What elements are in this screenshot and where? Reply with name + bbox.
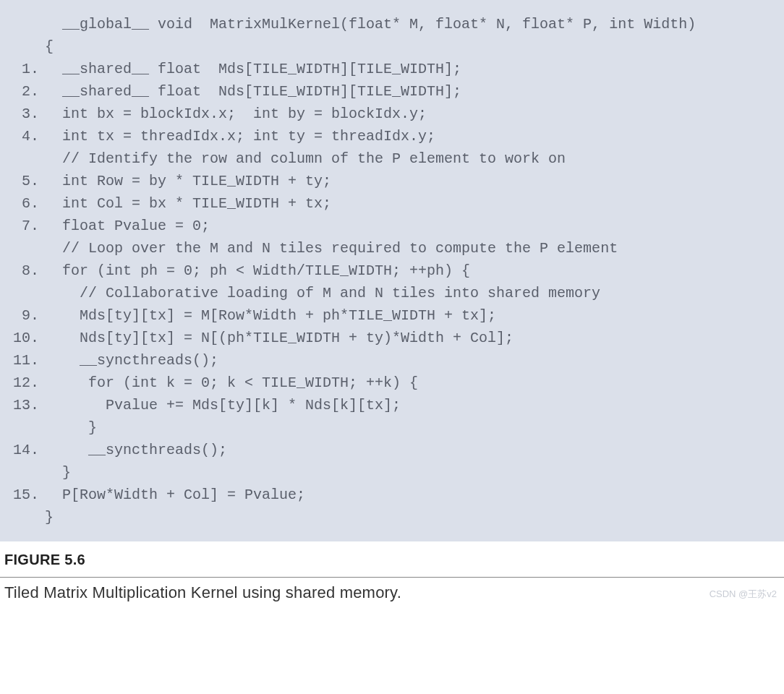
line-number: 8. xyxy=(7,260,45,282)
line-number xyxy=(7,416,45,439)
line-content: Mds[ty][tx] = M[Row*Width + ph*TILE_WIDT… xyxy=(45,304,496,327)
code-line: // Loop over the M and N tiles required … xyxy=(7,237,777,260)
line-number xyxy=(7,13,45,35)
code-line: 10. Nds[ty][tx] = N[(ph*TILE_WIDTH + ty)… xyxy=(7,327,777,349)
line-content: int Col = bx * TILE_WIDTH + tx; xyxy=(45,192,331,215)
line-content: __syncthreads(); xyxy=(45,439,227,461)
line-number: 15. xyxy=(7,484,45,506)
code-block: __global__ void MatrixMulKernel(float* M… xyxy=(0,0,784,541)
code-line: 1. __shared__ float Mds[TILE_WIDTH][TILE… xyxy=(7,58,777,80)
line-content: __syncthreads(); xyxy=(45,349,218,372)
code-line: 9. Mds[ty][tx] = M[Row*Width + ph*TILE_W… xyxy=(7,304,777,327)
line-number: 1. xyxy=(7,58,45,80)
line-number: 7. xyxy=(7,215,45,237)
line-content: } xyxy=(45,506,54,528)
line-number: 4. xyxy=(7,125,45,147)
code-line: 8. for (int ph = 0; ph < Width/TILE_WIDT… xyxy=(7,260,777,282)
line-number xyxy=(7,282,45,304)
line-content: __global__ void MatrixMulKernel(float* M… xyxy=(45,13,696,35)
line-content: } xyxy=(45,416,97,439)
code-line: } xyxy=(7,416,777,439)
code-line: { xyxy=(7,35,777,58)
line-content: int Row = by * TILE_WIDTH + ty; xyxy=(45,170,331,192)
code-line: 7. float Pvalue = 0; xyxy=(7,215,777,237)
line-content: { xyxy=(45,35,54,58)
figure-caption: Tiled Matrix Multiplication Kernel using… xyxy=(4,583,401,602)
line-number: 2. xyxy=(7,80,45,103)
line-number xyxy=(7,506,45,528)
line-number xyxy=(7,35,45,58)
code-line: } xyxy=(7,506,777,528)
line-content: int tx = threadIdx.x; int ty = threadIdx… xyxy=(45,125,435,147)
code-line: // Identify the row and column of the P … xyxy=(7,147,777,170)
line-content: for (int k = 0; k < TILE_WIDTH; ++k) { xyxy=(45,372,418,394)
line-number xyxy=(7,237,45,260)
line-number: 10. xyxy=(7,327,45,349)
code-line: 12. for (int k = 0; k < TILE_WIDTH; ++k)… xyxy=(7,372,777,394)
code-line: // Collaborative loading of M and N tile… xyxy=(7,282,777,304)
code-line: 11. __syncthreads(); xyxy=(7,349,777,372)
line-number xyxy=(7,147,45,170)
line-content: P[Row*Width + Col] = Pvalue; xyxy=(45,484,305,506)
line-number: 6. xyxy=(7,192,45,215)
line-content: float Pvalue = 0; xyxy=(45,215,210,237)
code-line: __global__ void MatrixMulKernel(float* M… xyxy=(7,13,777,35)
watermark: CSDN @王苏v2 xyxy=(710,588,780,602)
line-content: Nds[ty][tx] = N[(ph*TILE_WIDTH + ty)*Wid… xyxy=(45,327,514,349)
line-content: for (int ph = 0; ph < Width/TILE_WIDTH; … xyxy=(45,260,470,282)
line-number: 14. xyxy=(7,439,45,461)
line-content: } xyxy=(45,461,71,484)
code-line: } xyxy=(7,461,777,484)
code-line: 15. P[Row*Width + Col] = Pvalue; xyxy=(7,484,777,506)
code-line: 2. __shared__ float Nds[TILE_WIDTH][TILE… xyxy=(7,80,777,103)
code-line: 4. int tx = threadIdx.x; int ty = thread… xyxy=(7,125,777,147)
line-content: __shared__ float Mds[TILE_WIDTH][TILE_WI… xyxy=(45,58,461,80)
line-content: // Identify the row and column of the P … xyxy=(45,147,566,170)
line-number: 11. xyxy=(7,349,45,372)
line-content: // Collaborative loading of M and N tile… xyxy=(45,282,600,304)
code-line: 6. int Col = bx * TILE_WIDTH + tx; xyxy=(7,192,777,215)
line-content: __shared__ float Nds[TILE_WIDTH][TILE_WI… xyxy=(45,80,461,103)
line-number: 13. xyxy=(7,394,45,416)
code-line: 14. __syncthreads(); xyxy=(7,439,777,461)
line-number: 12. xyxy=(7,372,45,394)
code-line: 5. int Row = by * TILE_WIDTH + ty; xyxy=(7,170,777,192)
code-line: 13. Pvalue += Mds[ty][k] * Nds[k][tx]; xyxy=(7,394,777,416)
figure-divider xyxy=(0,577,784,578)
line-number: 9. xyxy=(7,304,45,327)
line-number: 3. xyxy=(7,103,45,125)
line-number xyxy=(7,461,45,484)
line-content: // Loop over the M and N tiles required … xyxy=(45,237,618,260)
caption-row: Tiled Matrix Multiplication Kernel using… xyxy=(0,583,784,607)
figure-label: FIGURE 5.6 xyxy=(0,541,784,573)
line-content: int bx = blockIdx.x; int by = blockIdx.y… xyxy=(45,103,427,125)
line-content: Pvalue += Mds[ty][k] * Nds[k][tx]; xyxy=(45,394,401,416)
code-line: 3. int bx = blockIdx.x; int by = blockId… xyxy=(7,103,777,125)
line-number: 5. xyxy=(7,170,45,192)
